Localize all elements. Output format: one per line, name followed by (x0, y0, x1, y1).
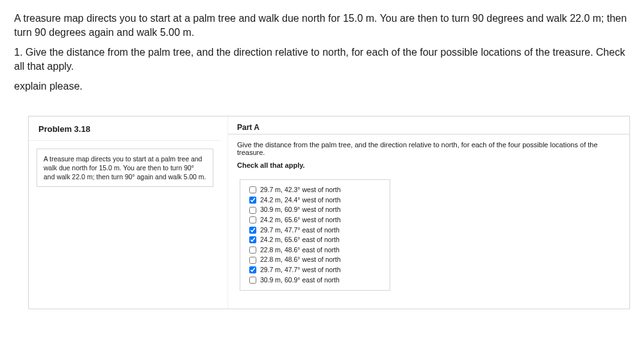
answer-option-label: 22.8 m, 48.6° west of north (260, 255, 341, 264)
answer-option: 24.2 m, 65.6° west of north (249, 215, 381, 225)
problem-title: Problem 3.18 (29, 117, 221, 141)
part-a-label: Part A (228, 117, 629, 134)
answer-option: 24.2 m, 24.4° west of north (249, 195, 381, 206)
answer-option-label: 30.9 m, 60.9° east of north (260, 276, 340, 285)
intro-paragraph-2: 1. Give the distance from the palm tree,… (14, 45, 630, 73)
answer-option: 30.9 m, 60.9° west of north (249, 205, 381, 215)
answer-option-label: 29.7 m, 47.7° west of north (260, 266, 341, 275)
answer-option-label: 24.2 m, 65.6° east of north (260, 236, 340, 245)
answer-option-label: 29.7 m, 47.7° east of north (260, 226, 340, 235)
problem-panel: Problem 3.18 A treasure map directs you … (28, 116, 630, 309)
answer-options-box: 29.7 m, 42.3° west of north24.2 m, 24.4°… (240, 179, 390, 291)
answer-option: 22.8 m, 48.6° west of north (249, 255, 381, 265)
answer-option-label: 22.8 m, 48.6° east of north (260, 246, 340, 255)
answer-checkbox[interactable] (249, 266, 256, 273)
problem-statement-box: A treasure map directs you to start at a… (37, 149, 213, 188)
part-a-check-label: Check all that apply. (228, 159, 629, 175)
answer-checkbox[interactable] (249, 257, 256, 264)
answer-checkbox[interactable] (249, 247, 256, 254)
answer-option: 29.7 m, 42.3° west of north (249, 185, 381, 195)
answer-option-label: 24.2 m, 65.6° west of north (260, 216, 341, 225)
answer-checkbox[interactable] (249, 186, 256, 193)
answer-checkbox[interactable] (249, 197, 256, 204)
intro-paragraph-1: A treasure map directs you to start at a… (14, 12, 630, 39)
answer-checkbox[interactable] (249, 216, 256, 223)
answer-option-label: 24.2 m, 24.4° west of north (260, 196, 341, 205)
answer-option-label: 30.9 m, 60.9° west of north (260, 206, 341, 215)
answer-option: 29.7 m, 47.7° east of north (249, 225, 381, 236)
answer-option-label: 29.7 m, 42.3° west of north (260, 186, 341, 195)
part-a-question: Give the distance from the palm tree, an… (228, 134, 629, 159)
answer-checkbox[interactable] (249, 277, 256, 284)
answer-option: 29.7 m, 47.7° west of north (249, 265, 381, 275)
answer-option: 24.2 m, 65.6° east of north (249, 235, 381, 245)
answer-checkbox[interactable] (249, 207, 256, 214)
answer-option: 22.8 m, 48.6° east of north (249, 245, 381, 255)
answer-checkbox[interactable] (249, 227, 256, 234)
answer-option: 30.9 m, 60.9° east of north (249, 275, 381, 286)
intro-paragraph-3: explain please. (14, 79, 630, 93)
answer-checkbox[interactable] (249, 236, 256, 243)
